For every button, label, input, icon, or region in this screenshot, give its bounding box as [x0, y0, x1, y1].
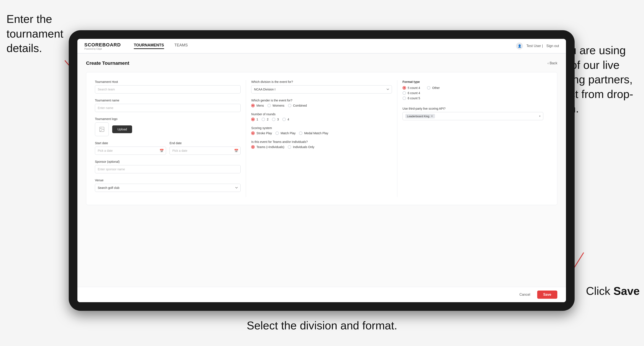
- host-input[interactable]: [95, 85, 240, 93]
- scoring-medal-radio[interactable]: [299, 132, 302, 135]
- live-scoring-value: Leaderboard King: [407, 115, 429, 118]
- format-6c4-label: 6 count 4: [408, 91, 420, 95]
- logo-group: Tournament logo Upload: [95, 117, 240, 136]
- gender-combined-radio[interactable]: [288, 104, 292, 107]
- rounds-4-radio[interactable]: [282, 118, 286, 121]
- rounds-1[interactable]: 1: [251, 118, 258, 121]
- scoring-radio-group: Stroke Play Match Play Medal Match Play: [251, 132, 392, 135]
- venue-group: Venue Search golf club: [95, 178, 240, 192]
- gender-mens[interactable]: Mens: [251, 104, 264, 107]
- live-scoring-close-icon[interactable]: ✕: [431, 114, 433, 118]
- gender-mens-radio[interactable]: [251, 104, 255, 107]
- format-other-radio[interactable]: [427, 86, 430, 90]
- venue-label: Venue: [95, 178, 240, 182]
- annotation-bottom-center: Select the division and format.: [247, 318, 397, 333]
- event-teams-label: Teams (+Individuals): [256, 145, 284, 149]
- gender-radio-group: Mens Womens Combined: [251, 104, 392, 107]
- format-other[interactable]: Other: [427, 86, 440, 90]
- host-label: Tournament Host: [95, 80, 240, 84]
- host-group: Tournament Host: [95, 80, 240, 93]
- format-radio-group: 5 count 4 6 count 4 6 count 5: [402, 86, 420, 100]
- format-label: Format type: [402, 80, 543, 84]
- logo-placeholder: [95, 122, 109, 136]
- start-date-wrap: 📅: [95, 147, 166, 155]
- format-5c4-radio[interactable]: [402, 86, 406, 90]
- scoring-stroke-radio[interactable]: [251, 132, 255, 135]
- scoring-match-radio[interactable]: [276, 132, 279, 135]
- annotation-bottom-right: Click Save: [586, 284, 640, 299]
- gender-combined[interactable]: Combined: [288, 104, 307, 107]
- user-avatar: 👤: [516, 42, 523, 49]
- event-individuals-radio[interactable]: [288, 145, 291, 149]
- format-other-label: Other: [432, 86, 440, 90]
- dates-group: Start date 📅 End date 📅: [95, 141, 240, 155]
- live-scoring-select[interactable]: Leaderboard King ✕ ▾: [402, 112, 543, 120]
- scoring-match-label: Match Play: [280, 132, 296, 135]
- sponsor-input[interactable]: [95, 165, 240, 173]
- end-date-label: End date: [170, 141, 240, 145]
- navbar-links: TOURNAMENTS TEAMS: [134, 43, 516, 49]
- format-5c4-label: 5 count 4: [408, 86, 420, 90]
- rounds-4[interactable]: 4: [282, 118, 289, 121]
- rounds-1-label: 1: [256, 118, 258, 121]
- signout-link[interactable]: Sign out: [546, 44, 559, 48]
- format-6c4[interactable]: 6 count 4: [402, 91, 420, 95]
- live-scoring-group: Use third-party live scoring API? Leader…: [402, 107, 543, 120]
- gender-womens-radio[interactable]: [268, 104, 271, 107]
- sponsor-label: Sponsor (optional): [95, 160, 240, 164]
- form-col-2: Which division is the event for? NCAA Di…: [246, 80, 397, 197]
- nav-tournaments[interactable]: TOURNAMENTS: [134, 43, 164, 49]
- rounds-label: Number of rounds: [251, 112, 392, 116]
- form-col-3: Format type 5 count 4 6 count 4: [397, 80, 548, 197]
- format-other-group: Other: [427, 86, 440, 90]
- page-header: Create Tournament ‹ Back: [86, 60, 557, 66]
- cancel-button[interactable]: Cancel: [515, 291, 534, 299]
- gender-group: Which gender is the event for? Mens Wome…: [251, 99, 392, 107]
- back-link[interactable]: ‹ Back: [548, 61, 557, 65]
- scoring-medal[interactable]: Medal Match Play: [299, 132, 328, 135]
- gender-combined-label: Combined: [293, 104, 307, 107]
- end-date-wrap: 📅: [170, 147, 240, 155]
- rounds-3-radio[interactable]: [272, 118, 276, 121]
- rounds-2[interactable]: 2: [262, 118, 268, 121]
- brand-sub: Powered by Clippt: [84, 48, 121, 50]
- tablet-screen: SCOREBOARD Powered by Clippt TOURNAMENTS…: [78, 39, 566, 302]
- event-teams[interactable]: Teams (+Individuals): [251, 145, 284, 149]
- start-date-icon: 📅: [160, 149, 164, 153]
- rounds-group: Number of rounds 1 2: [251, 112, 392, 121]
- gender-womens[interactable]: Womens: [268, 104, 284, 107]
- format-6c5[interactable]: 6 count 5: [402, 96, 420, 100]
- event-individuals[interactable]: Individuals Only: [288, 145, 314, 149]
- venue-select[interactable]: Search golf club: [95, 184, 240, 192]
- save-button[interactable]: Save: [537, 291, 557, 299]
- form-footer: Cancel Save: [78, 287, 566, 302]
- sponsor-group: Sponsor (optional): [95, 160, 240, 173]
- start-date-label: Start date: [95, 141, 166, 145]
- division-select[interactable]: NCAA Division I: [251, 85, 392, 93]
- gender-mens-label: Mens: [256, 104, 264, 107]
- format-5c4[interactable]: 5 count 4: [402, 86, 420, 90]
- event-teams-radio[interactable]: [251, 145, 255, 149]
- scoring-label: Scoring system: [251, 126, 392, 130]
- nav-teams[interactable]: TEAMS: [174, 43, 188, 49]
- scoring-stroke[interactable]: Stroke Play: [251, 132, 272, 135]
- end-date-input[interactable]: [170, 147, 240, 155]
- event-type-group: Is this event for Teams and/or Individua…: [251, 140, 392, 149]
- format-6c4-radio[interactable]: [402, 91, 406, 95]
- format-6c5-radio[interactable]: [402, 96, 406, 100]
- upload-button[interactable]: Upload: [112, 125, 132, 133]
- rounds-3[interactable]: 3: [272, 118, 279, 121]
- live-scoring-dropdown-icon[interactable]: ▾: [539, 115, 540, 118]
- form-body: Tournament Host Tournament name Tourname…: [86, 72, 557, 205]
- form-col-1: Tournament Host Tournament name Tourname…: [95, 80, 246, 197]
- event-type-label: Is this event for Teams and/or Individua…: [251, 140, 392, 144]
- event-type-radio-group: Teams (+Individuals) Individuals Only: [251, 145, 392, 149]
- live-scoring-tag: Leaderboard King ✕: [405, 114, 435, 118]
- format-section: Format type 5 count 4 6 count 4: [402, 80, 543, 100]
- rounds-2-radio[interactable]: [262, 118, 265, 121]
- name-input[interactable]: [95, 104, 240, 112]
- scoring-match[interactable]: Match Play: [276, 132, 296, 135]
- start-date-input[interactable]: [95, 147, 166, 155]
- end-date-icon: 📅: [234, 149, 238, 153]
- rounds-1-radio[interactable]: [251, 118, 255, 121]
